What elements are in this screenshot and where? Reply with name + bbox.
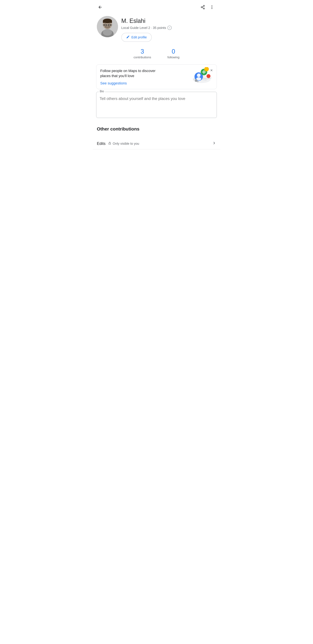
bio-textarea[interactable] (96, 92, 217, 118)
lock-icon (108, 142, 111, 146)
edit-pencil-svg (126, 35, 130, 39)
follow-card-text: Follow people on Maps to discover places… (100, 68, 190, 86)
following-label: following (167, 56, 179, 59)
nav-right-actions (199, 3, 216, 12)
edits-row[interactable]: Edits Only visible to you (93, 138, 220, 149)
svg-rect-33 (109, 143, 111, 144)
edits-visibility: Only visible to you (108, 142, 139, 146)
edit-profile-label: Edit profile (131, 36, 147, 39)
profile-level-text: Local Guide Level 2 · 35 points (121, 26, 166, 30)
lock-svg (108, 142, 111, 145)
svg-point-32 (197, 81, 199, 82)
more-options-button[interactable] (208, 3, 216, 12)
profile-subtitle: Local Guide Level 2 · 35 points (121, 26, 216, 30)
avatar-container (97, 16, 118, 37)
edits-label: Edits (97, 141, 106, 146)
svg-point-2 (203, 8, 205, 9)
follow-card: Follow people on Maps to discover places… (96, 64, 217, 89)
level-info-button[interactable] (167, 26, 172, 30)
svg-line-4 (202, 6, 203, 7)
profile-name: M. Eslahi (121, 17, 216, 24)
edits-chevron-right-icon (212, 141, 216, 146)
edit-profile-button[interactable]: Edit profile (121, 33, 152, 42)
avatar-image (97, 16, 118, 37)
bio-section: Bio (96, 92, 217, 118)
follow-card-close-button[interactable]: × (210, 68, 213, 73)
following-stat[interactable]: 0 following (167, 48, 179, 59)
svg-point-6 (212, 7, 212, 8)
back-arrow-icon (98, 5, 102, 10)
stats-row: 3 contributions 0 following (93, 45, 220, 63)
svg-point-0 (203, 5, 205, 6)
share-icon (200, 5, 205, 10)
svg-point-21 (107, 25, 108, 26)
edits-left: Edits Only visible to you (97, 141, 139, 146)
share-button[interactable] (199, 3, 207, 12)
svg-point-24 (197, 74, 200, 77)
follow-card-title: Follow people on Maps to discover places… (100, 68, 156, 78)
svg-point-30 (207, 74, 210, 78)
bottom-divider (93, 149, 220, 150)
avatar (97, 16, 118, 37)
profile-section: M. Eslahi Local Guide Level 2 · 35 point… (93, 14, 220, 45)
svg-rect-14 (103, 21, 112, 23)
chevron-right-small-icon (168, 26, 171, 29)
top-nav (93, 0, 220, 14)
back-button[interactable] (96, 3, 104, 12)
contributions-stat[interactable]: 3 contributions (134, 48, 151, 59)
bio-label: Bio (99, 90, 105, 93)
other-contributions-title: Other contributions (97, 126, 216, 132)
more-options-icon (210, 5, 214, 10)
svg-point-5 (212, 6, 212, 6)
other-contributions-section: Other contributions (93, 123, 220, 138)
chevron-right-svg (212, 141, 216, 145)
contributions-label: contributions (134, 56, 151, 59)
svg-point-7 (212, 8, 212, 9)
svg-line-3 (202, 8, 203, 8)
pencil-icon (126, 35, 130, 40)
svg-point-1 (201, 7, 202, 8)
contributions-count: 3 (134, 48, 151, 54)
edits-visibility-label: Only visible to you (113, 142, 139, 146)
see-suggestions-link[interactable]: See suggestions (100, 81, 127, 85)
following-count: 0 (167, 48, 179, 54)
profile-info: M. Eslahi Local Guide Level 2 · 35 point… (121, 16, 216, 42)
svg-point-11 (103, 29, 112, 36)
